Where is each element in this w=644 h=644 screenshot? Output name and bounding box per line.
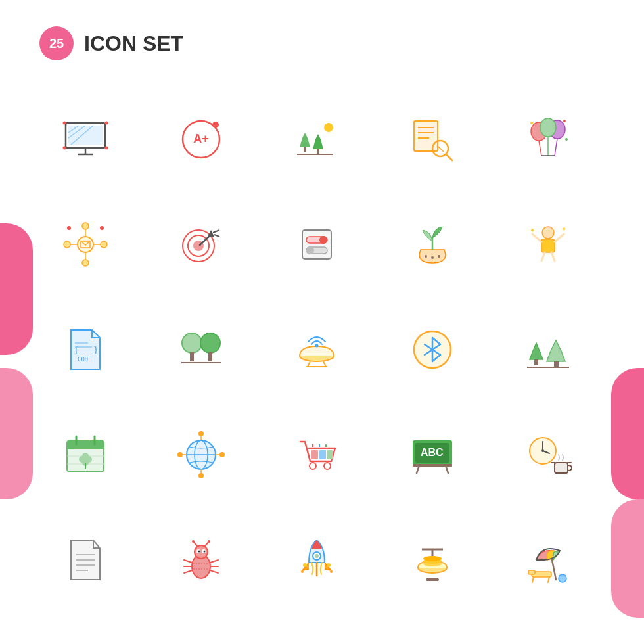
svg-rect-95 [534, 359, 538, 365]
svg-point-173 [423, 556, 442, 561]
icon-pine-trees[interactable] [502, 304, 594, 396]
icon-plant-hand[interactable] [386, 198, 478, 290]
svg-point-116 [198, 473, 204, 478]
icon-scale-coin[interactable] [386, 514, 478, 606]
svg-point-148 [192, 540, 195, 543]
svg-point-163 [315, 554, 319, 558]
svg-point-125 [324, 463, 331, 469]
svg-point-39 [82, 223, 89, 229]
icon-email-network[interactable] [39, 198, 131, 290]
svg-rect-56 [302, 230, 331, 259]
svg-rect-97 [554, 361, 559, 367]
svg-point-78 [182, 333, 202, 353]
svg-line-70 [551, 252, 555, 261]
icon-trees-sun[interactable] [271, 93, 363, 185]
svg-text:✦: ✦ [561, 225, 566, 233]
svg-line-55 [214, 235, 219, 237]
svg-line-28 [539, 141, 541, 156]
svg-line-179 [532, 577, 534, 582]
svg-rect-81 [208, 352, 212, 361]
svg-point-47 [67, 226, 71, 230]
svg-rect-139 [555, 463, 568, 473]
svg-point-153 [204, 551, 206, 553]
svg-point-48 [100, 226, 104, 230]
svg-point-84 [315, 344, 319, 348]
icon-search-doc[interactable] [386, 93, 478, 185]
svg-line-180 [548, 577, 549, 582]
icon-balloons[interactable] [502, 93, 594, 185]
svg-point-37 [78, 237, 93, 252]
svg-marker-94 [530, 343, 543, 359]
svg-point-64 [431, 256, 434, 259]
svg-line-154 [184, 560, 192, 563]
svg-point-40 [82, 260, 89, 266]
svg-point-65 [542, 227, 554, 239]
svg-point-62 [425, 255, 427, 258]
svg-point-31 [540, 118, 556, 137]
svg-point-108 [82, 453, 89, 459]
svg-line-68 [555, 234, 564, 242]
icon-document[interactable] [39, 514, 131, 606]
svg-point-10 [105, 147, 108, 150]
svg-line-157 [210, 560, 218, 563]
svg-point-138 [541, 449, 544, 452]
svg-rect-123 [327, 450, 333, 459]
page-title: ICON SET [84, 32, 183, 56]
svg-point-60 [306, 246, 314, 254]
svg-rect-79 [190, 352, 194, 361]
svg-text:✦: ✦ [530, 227, 535, 234]
icon-shopping-cart[interactable] [271, 409, 363, 501]
svg-rect-134 [413, 464, 452, 467]
svg-rect-178 [528, 570, 535, 574]
svg-point-35 [563, 120, 566, 122]
svg-point-58 [319, 236, 327, 244]
icon-wifi-bowl[interactable] [271, 304, 363, 396]
svg-point-166 [301, 570, 304, 573]
icon-person-celebrate[interactable]: ✦ ✦ [502, 198, 594, 290]
svg-point-149 [208, 540, 210, 543]
svg-rect-18 [317, 149, 319, 154]
icon-target-arrow[interactable] [155, 198, 247, 290]
svg-point-9 [63, 147, 66, 150]
svg-rect-122 [319, 450, 326, 459]
icon-clock-coffee[interactable] [502, 409, 594, 501]
icon-bluetooth[interactable] [386, 304, 478, 396]
icon-rocket[interactable] [271, 514, 363, 606]
icon-monitor[interactable] [39, 93, 131, 185]
svg-point-42 [101, 241, 107, 248]
icon-trees-two[interactable] [155, 304, 247, 396]
svg-text:}: } [93, 345, 99, 355]
icon-count-badge: 25 [39, 26, 74, 60]
icon-bug[interactable] [155, 514, 247, 606]
icon-chalkboard-abc[interactable]: ABC [386, 409, 478, 501]
svg-line-30 [555, 139, 557, 156]
svg-marker-15 [300, 133, 310, 147]
svg-point-124 [310, 463, 316, 469]
svg-rect-66 [541, 239, 555, 252]
svg-text:A+: A+ [193, 132, 209, 145]
svg-line-67 [532, 234, 541, 242]
svg-point-145 [195, 545, 208, 559]
svg-point-165 [327, 563, 331, 567]
svg-point-7 [63, 122, 66, 125]
icon-beach-umbrella[interactable] [502, 514, 594, 606]
svg-rect-1 [68, 126, 103, 145]
svg-point-115 [177, 452, 183, 457]
svg-point-152 [198, 551, 200, 553]
icon-grade[interactable]: A+ [155, 93, 247, 185]
svg-line-86 [323, 361, 326, 367]
svg-point-164 [303, 563, 307, 567]
svg-text:CODE: CODE [78, 356, 92, 363]
icon-global-network[interactable] [155, 409, 247, 501]
svg-point-12 [212, 122, 219, 128]
icon-calendar-clover[interactable] [39, 409, 131, 501]
svg-rect-17 [304, 147, 306, 152]
svg-marker-96 [547, 340, 565, 361]
svg-text:ABC: ABC [421, 447, 444, 458]
icon-code-file[interactable]: { } CODE [39, 304, 131, 396]
svg-point-114 [219, 452, 225, 457]
svg-line-54 [213, 230, 219, 233]
main-container: 25 ICON SET [0, 0, 644, 632]
icon-toggle-switches[interactable] [271, 198, 363, 290]
svg-line-25 [446, 154, 452, 160]
